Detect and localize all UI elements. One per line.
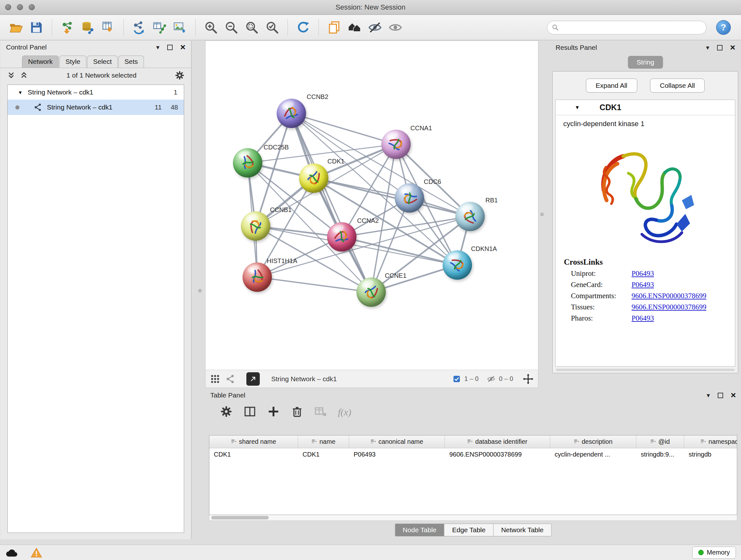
- expand-all-button[interactable]: Expand All: [586, 78, 637, 92]
- network-node-ccne1[interactable]: [356, 277, 386, 307]
- column-header-namespace[interactable]: namespace: [684, 435, 737, 448]
- network-node-cdc6[interactable]: [395, 183, 424, 212]
- column-header-database-identifier[interactable]: database identifier: [445, 435, 550, 448]
- column-header-canonical-name[interactable]: canonical name: [349, 435, 445, 448]
- panel-menu-caret-icon[interactable]: ▾: [156, 44, 159, 51]
- memory-button[interactable]: Memory: [692, 547, 736, 559]
- tab-network-table[interactable]: Network Table: [493, 524, 551, 536]
- help-button[interactable]: ?: [716, 20, 731, 35]
- network-canvas[interactable]: CCNB2CCNA1CDC25BCDK1CDC6RB1CCNB1CCNA2CDK…: [205, 41, 538, 370]
- refresh-icon[interactable]: [294, 18, 312, 37]
- network-edge-CCNB2-CCNE1[interactable]: [291, 113, 371, 292]
- table-settings-gear-icon[interactable]: [220, 405, 232, 419]
- tab-network[interactable]: Network: [22, 56, 59, 68]
- network-collection-row[interactable]: ▼ String Network – cdk1 1: [8, 85, 184, 100]
- add-column-plus-icon[interactable]: [267, 405, 280, 419]
- column-header-shared-name[interactable]: shared name: [209, 435, 298, 448]
- panel-float-icon[interactable]: [717, 45, 723, 51]
- import-table-icon[interactable]: [99, 18, 117, 37]
- zoom-selected-icon[interactable]: [263, 18, 281, 37]
- network-node-ccnb2[interactable]: [277, 99, 306, 128]
- home-icon[interactable]: [346, 18, 363, 37]
- delete-column-trash-icon[interactable]: [291, 405, 304, 419]
- network-node-hist1h1a[interactable]: [243, 262, 272, 292]
- tab-edge-table[interactable]: Edge Table: [444, 524, 493, 536]
- birds-eye-view-icon[interactable]: [225, 374, 235, 384]
- table-horizontal-scrollbar[interactable]: [209, 515, 737, 521]
- crosslink-link[interactable]: P06493: [631, 269, 654, 278]
- network-node-ccnb1[interactable]: [241, 211, 270, 241]
- node-label-ccne1: CCNE1: [385, 272, 407, 279]
- panel-close-icon[interactable]: ×: [731, 391, 736, 400]
- column-header--id[interactable]: @id: [636, 435, 684, 448]
- export-image-icon[interactable]: [171, 18, 189, 37]
- import-network-from-database-icon[interactable]: [79, 18, 97, 37]
- tab-select[interactable]: Select: [87, 56, 118, 68]
- show-panel-eye-icon[interactable]: [387, 18, 404, 37]
- zoom-fit-icon[interactable]: [243, 18, 261, 37]
- zoom-in-icon[interactable]: [202, 18, 220, 37]
- clone-network-icon[interactable]: [130, 18, 148, 37]
- network-node-cdkn1a[interactable]: [443, 250, 472, 280]
- section-collapse-caret-icon[interactable]: ▼: [575, 105, 580, 111]
- node-description: cyclin-dependent kinase 1: [563, 120, 735, 128]
- import-network-from-file-icon[interactable]: [58, 18, 76, 37]
- crosslink-link[interactable]: P06493: [631, 314, 654, 322]
- toolbar-separator: [52, 19, 52, 36]
- warning-icon[interactable]: [30, 547, 42, 558]
- network-node-rb1[interactable]: [455, 202, 485, 231]
- tab-string[interactable]: String: [628, 56, 663, 69]
- left-splitter-handle[interactable]: [198, 289, 202, 293]
- network-edge-HIST1H1A-CCNE1[interactable]: [257, 277, 371, 292]
- right-splitter-handle[interactable]: [540, 212, 544, 216]
- search-field[interactable]: [547, 21, 706, 35]
- table-row[interactable]: CDK1CDK1P064939606.ENSP00000378699cyclin…: [209, 448, 737, 460]
- edge-count: 48: [171, 104, 178, 111]
- save-session-icon[interactable]: [27, 18, 45, 37]
- scrollbar-thumb[interactable]: [211, 516, 269, 519]
- network-edge-CCNB2-CCNA1[interactable]: [291, 113, 396, 144]
- open-session-icon[interactable]: [7, 18, 25, 37]
- network-edge-CDK1-RB1[interactable]: [314, 178, 470, 216]
- column-header-description[interactable]: description: [550, 435, 636, 448]
- node-section-header[interactable]: ▼ CDK1: [556, 100, 735, 115]
- crosslink-link[interactable]: 9606.ENSP00000378699: [631, 303, 706, 311]
- main-toolbar: ?: [0, 15, 741, 40]
- copy-document-icon[interactable]: [325, 18, 343, 37]
- network-from-table-icon[interactable]: [151, 18, 169, 37]
- detach-view-button[interactable]: [246, 372, 260, 386]
- panel-float-icon[interactable]: [718, 393, 723, 398]
- collapse-all-button[interactable]: Collapse All: [650, 78, 705, 92]
- pan-crosshair-icon[interactable]: [523, 374, 534, 384]
- hide-panel-eye-slash-icon[interactable]: [366, 18, 384, 37]
- crosslink-link[interactable]: P06493: [631, 281, 654, 289]
- crosslink-link[interactable]: 9606.ENSP00000378699: [631, 292, 706, 300]
- results-horizontal-scrollbar[interactable]: [556, 369, 735, 371]
- node-label-ccnb1: CCNB1: [270, 206, 292, 213]
- tree-expand-caret-icon[interactable]: ▼: [18, 90, 23, 95]
- column-header-name[interactable]: name: [298, 435, 349, 448]
- collapse-all-networks-icon[interactable]: [19, 71, 28, 80]
- panel-close-icon[interactable]: ×: [180, 43, 185, 52]
- panel-menu-caret-icon[interactable]: ▾: [706, 44, 710, 51]
- hidden-eye-slash-icon[interactable]: [487, 375, 495, 383]
- panel-float-icon[interactable]: [167, 45, 173, 50]
- network-node-cdk1[interactable]: [299, 164, 328, 193]
- expand-all-networks-icon[interactable]: [7, 71, 16, 80]
- network-node-ccna1[interactable]: [381, 130, 411, 159]
- tab-sets[interactable]: Sets: [118, 56, 144, 68]
- zoom-out-icon[interactable]: [222, 18, 240, 37]
- gear-icon[interactable]: [175, 70, 185, 80]
- selected-checkbox-icon[interactable]: [453, 375, 461, 383]
- grid-mode-icon[interactable]: [210, 374, 220, 384]
- network-node-ccna2[interactable]: [327, 222, 356, 252]
- tab-node-table[interactable]: Node Table: [395, 524, 444, 536]
- panel-close-icon[interactable]: ×: [730, 43, 735, 52]
- tab-style[interactable]: Style: [59, 56, 86, 68]
- select-columns-icon[interactable]: [244, 405, 256, 419]
- network-node-cdc25b[interactable]: [233, 148, 262, 178]
- cloud-icon[interactable]: [5, 548, 18, 558]
- network-row-selected[interactable]: String Network – cdk1 11 48: [8, 100, 184, 115]
- panel-menu-caret-icon[interactable]: ▾: [707, 392, 710, 398]
- search-input[interactable]: [561, 24, 702, 31]
